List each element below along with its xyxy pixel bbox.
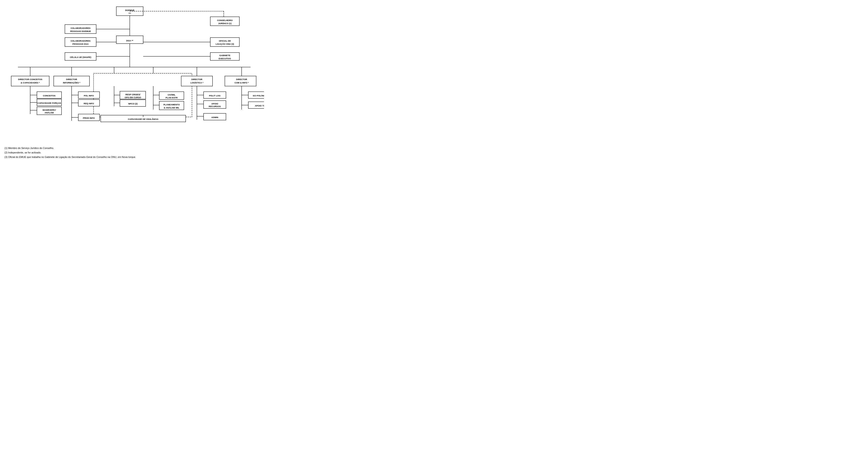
req-info-label: REQ INFO	[84, 102, 94, 105]
colab-dga-box	[65, 38, 96, 46]
oficial-label: OFICIAL DE	[219, 40, 231, 42]
man-exerc-label2: ANÁLISE	[44, 111, 54, 114]
resp-crises-label: RESP CRISES/	[125, 93, 141, 96]
dga-label: DGA **	[126, 39, 133, 42]
colab-dgemue-label2: PESSOAIS DGEMUE	[70, 30, 91, 32]
cap-forcas-label: CAPACIDADE FORÇAS	[37, 102, 61, 104]
dir-info-label2: INFORMAÇÕES *	[63, 82, 80, 84]
oficial-box	[210, 38, 239, 46]
conselheiro-label2: JURÍDICO (1)	[218, 22, 231, 25]
apoio-rec-label2: RECURSOS	[209, 105, 221, 107]
colab-dgemue-label: COLABORADORES	[71, 27, 91, 29]
conceitos-label: CONCEITOS	[43, 94, 56, 97]
planeamento-label2: & ANÁLISE MIL	[164, 106, 179, 109]
colab-dga-label: COLABORADORES	[71, 40, 91, 42]
dir-com-label: DIRECTOR	[236, 78, 247, 80]
npco-label: NPCO (2)	[128, 102, 137, 105]
cap-vigilancia-label: CAPACIDADE DE VIGILÂNCIA	[128, 118, 158, 120]
colab-dga-label2: PESSOAIS DGA	[72, 43, 89, 45]
footnote-3: (3) Oficial do EMUE que trabalha no Gabi…	[4, 155, 264, 159]
dgemue-stars: ***	[128, 12, 131, 14]
org-chart: .node-text { font-size: 9.5px; font-weig…	[4, 4, 264, 141]
dir-com-box	[225, 76, 256, 86]
man-exerc-label: MAN/EXERC/	[42, 109, 56, 111]
dir-log-label2: LOGÍSTICA *	[190, 82, 204, 84]
civmil-plan-label2: PLAN ESTR	[165, 96, 178, 99]
dir-log-box	[181, 76, 213, 86]
prod-info-label: PROD INFO	[83, 117, 95, 119]
sci-pol-label: SCI POL/NEC	[253, 94, 264, 97]
polit-log-label: POLIT LOG	[209, 94, 220, 97]
planeamento-label: PLANEAMENTO	[163, 103, 180, 106]
dir-conceitos-label: DIRECTOR CONCEITOS	[18, 78, 42, 80]
resp-crises-label2: OPS EM CURSO	[125, 96, 141, 99]
dir-info-box	[54, 76, 90, 86]
gabinete-label: GABINETE	[219, 54, 230, 57]
dgemue-label: DGEMUE	[125, 9, 134, 11]
oficial-label2: LIGAÇÃO ONU (3)	[216, 43, 234, 45]
apoio-ti-label: APOIO TI	[255, 104, 264, 107]
dir-conceitos-label2: & CAPACIDADES *	[21, 82, 40, 84]
civmil-plan-label: CIV/MIL	[168, 94, 176, 96]
footnote-2: (2) Independente, se for activado.	[4, 151, 264, 155]
dir-info-label: DIRECTOR	[66, 78, 77, 80]
footnotes-section: (1) Membro do Serviço Jurídico do Consel…	[4, 146, 264, 159]
apoio-rec-label: APOIO	[211, 102, 218, 105]
admin-label: ADMIN	[211, 116, 218, 119]
conselheiro-label: CONSELHEIRO	[217, 19, 232, 22]
gabinete-label2: EXECUTIVO	[219, 57, 231, 60]
dir-com-label2: COM & INFO *	[235, 82, 249, 84]
footnote-1: (1) Membro do Serviço Jurídico do Consel…	[4, 146, 264, 151]
dir-conceitos-box	[11, 76, 49, 86]
celula-label: CÉLULA UE (SHAPE)	[70, 56, 91, 58]
dir-log-label: DIRECTOR	[191, 78, 203, 80]
pol-info-label: POL INFO	[84, 94, 94, 97]
